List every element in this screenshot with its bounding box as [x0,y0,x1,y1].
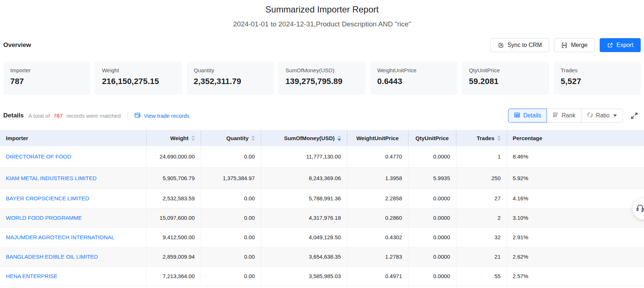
quantity-cell: 0.00 [201,227,261,247]
trades-cell: 55 [456,266,507,286]
importer-cell: MAJUMDER AGROTECH INTERNATIONAL [0,227,146,247]
column-label: Trades [477,135,494,141]
tab-details-label: Details [523,112,541,119]
qty-unit-price-cell: 0.0000 [408,146,456,167]
tab-details[interactable]: Details [508,109,547,123]
weight-unit-price-cell: 0.2860 [347,208,408,227]
percentage-cell: 2.57% [507,266,644,286]
view-trade-records-link[interactable]: View trade records [134,112,190,119]
fullscreen-button[interactable] [630,112,639,120]
stat-card: SumOfMoney(USD)139,275,795.89 [278,62,365,95]
importer-link[interactable]: DIRECTORATE OF FOOD [6,153,71,160]
qty-unit-price-cell: 0.0000 [408,247,456,266]
column-header-sumofmoney-usd-[interactable]: SumOfMoney(USD) [261,130,347,146]
importer-cell: BANGLADESH EDIBLE OIL LIMITED [0,247,146,266]
table-row: MAJUMDER AGROTECH INTERNATIONAL9,412,500… [0,227,644,247]
weight-unit-price-cell: 0.4971 [347,266,408,286]
table-row: BAYER CROPSCIENCE LIMITED2,532,583.590.0… [0,189,644,208]
sort-arrows-icon[interactable] [337,135,341,141]
column-header-trades[interactable]: Trades [456,130,507,146]
stat-card-value: 5,527 [561,77,634,86]
stat-card-label: Weight [102,67,175,73]
sync-to-crm-label: Sync to CRM [507,42,542,48]
page-title: Summarized Importer Report [0,0,644,15]
trades-cell: 2 [456,208,507,227]
sum-of-money-cell: 5,788,991.36 [261,189,347,208]
sort-arrows-icon[interactable] [497,135,501,141]
merge-button[interactable]: Merge [554,38,595,52]
table-row: KIAM METAL INDUSTRIES LIMITED5,905,706.7… [0,167,644,189]
column-label: Weight [170,135,189,141]
qty-unit-price-cell: 0.0000 [408,208,456,227]
importer-link[interactable]: HENA ENTERPRISE [6,273,58,279]
sum-of-money-cell: 3,585,985.03 [261,266,347,286]
column-label: QtyUnitPrice [415,135,449,141]
trades-cell: 27 [456,189,507,208]
tab-rank[interactable]: Rank [547,109,581,122]
weight-cell: 2,532,583.59 [146,189,201,208]
column-header-importer: Importer [0,130,146,146]
importer-cell: BAYER CROPSCIENCE LIMITED [0,189,146,208]
stat-card-value: 2,352,311.79 [194,77,267,86]
table-row: WORLD FOOD PROGRAMME15,097,600.000.004,3… [0,208,644,227]
match-suffix: records were matched [66,113,121,119]
sort-arrows-icon[interactable] [251,135,255,141]
sync-to-crm-button[interactable]: Sync to CRM [491,38,549,52]
sort-arrows-icon[interactable] [191,135,195,141]
column-header-qtyunitprice: QtyUnitPrice [408,130,456,146]
weight-cell: 7,213,364.00 [146,266,201,286]
column-header-weight[interactable]: Weight [146,130,201,146]
stat-card-label: Trades [561,67,634,73]
overview-cards: Importer787Weight216,150,275.15Quantity2… [0,62,644,95]
percentage-cell: 3.10% [507,208,644,227]
tab-rank-label: Rank [562,112,575,119]
stat-card-label: Importer [10,67,83,73]
importer-cell: KIAM METAL INDUSTRIES LIMITED [0,167,146,189]
column-label: Importer [6,135,28,141]
weight-unit-price-cell: 0.4302 [347,227,408,247]
weight-unit-price-cell: 1.3958 [347,167,408,189]
weight-cell: 5,905,706.79 [146,167,201,189]
column-label: Quantity [226,135,249,141]
qty-unit-price-cell: 0.0000 [408,189,456,208]
column-header-weightunitprice: WeightUnitPrice [347,130,408,146]
stat-card-label: WeightUnitPrice [377,67,450,73]
divider [127,112,128,119]
view-switcher-tools: Details Rank Ratio [508,109,641,123]
weight-unit-price-cell: 2.2858 [347,189,408,208]
stat-card-value: 216,150,275.15 [102,77,175,86]
qty-unit-price-cell: 5.9935 [408,167,456,189]
merge-label: Merge [571,42,587,48]
quantity-cell: 0.00 [201,266,261,286]
importer-link[interactable]: BAYER CROPSCIENCE LIMITED [6,195,89,201]
importer-link[interactable]: BANGLADESH EDIBLE OIL LIMITED [6,254,98,260]
stat-card-label: QtyUnitPrice [469,67,542,73]
percentage-cell: 5.92% [507,167,644,189]
table-header: ImporterWeightQuantitySumOfMoney(USD)Wei… [0,130,644,146]
importer-link[interactable]: WORLD FOOD PROGRAMME [6,215,82,221]
table-row: DIRECTORATE OF FOOD24,690,000.000.0011,7… [0,146,644,167]
export-label: Export [617,42,633,48]
weight-unit-price-cell: 1.2783 [347,247,408,266]
importer-link[interactable]: MAJUMDER AGROTECH INTERNATIONAL [6,234,114,240]
quantity-cell: 1,375,384.97 [201,167,261,189]
export-button[interactable]: Export [600,38,641,52]
column-label: Percentage [513,135,543,141]
sum-of-money-cell: 4,317,976.18 [261,208,347,227]
column-label: WeightUnitPrice [356,135,399,141]
column-label: SumOfMoney(USD) [284,135,334,141]
sum-of-money-cell: 11,777,130.00 [261,146,347,167]
details-bar: Details A total of 787 records were matc… [0,109,644,123]
percentage-cell: 8.46% [507,146,644,167]
sum-of-money-cell: 3,654,638.35 [261,247,347,266]
tab-ratio[interactable]: Ratio [581,109,622,122]
export-icon [607,42,613,48]
importer-link[interactable]: KIAM METAL INDUSTRIES LIMITED [6,175,97,181]
importer-table: ImporterWeightQuantitySumOfMoney(USD)Wei… [0,130,644,286]
sync-icon [498,42,504,48]
quantity-cell: 0.00 [201,247,261,266]
trades-cell: 250 [456,167,507,189]
stat-card-value: 59.2081 [469,77,542,86]
column-header-quantity[interactable]: Quantity [201,130,261,146]
weight-cell: 2,859,009.94 [146,247,201,266]
